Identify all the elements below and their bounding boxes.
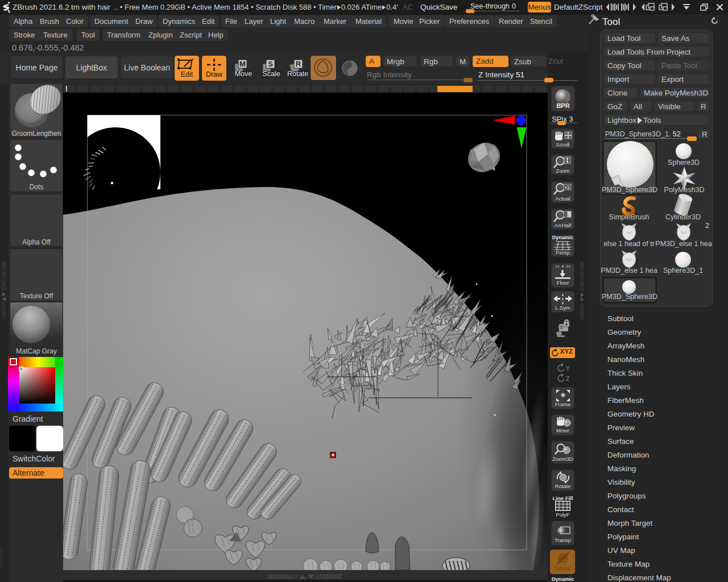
svg-text:Sphere3D: Sphere3D <box>668 159 700 167</box>
svg-text:PM3D_else 1 hea: PM3D_else 1 hea <box>655 240 712 248</box>
svg-text:PolyMesh3D: PolyMesh3D <box>664 186 705 194</box>
svg-text:2: 2 <box>705 221 709 230</box>
svg-text:PM3D_Sphere3D: PM3D_Sphere3D <box>602 186 657 194</box>
svg-text:SimpleBrush: SimpleBrush <box>609 213 650 221</box>
svg-text:M: M <box>239 60 246 68</box>
svg-text:BPR: BPR <box>556 102 569 109</box>
svg-text:PM3D_else 1 hea: PM3D_else 1 hea <box>601 267 657 275</box>
svg-text:S: S <box>268 60 273 68</box>
svg-text:Z: Z <box>566 376 569 382</box>
svg-text:x1: x1 <box>565 185 570 190</box>
svg-text:PM3D_Sphere3D: PM3D_Sphere3D <box>602 293 657 301</box>
svg-text:Cylinder3D: Cylinder3D <box>665 213 701 221</box>
svg-text:R: R <box>296 60 301 68</box>
svg-text:Sphere3D_1: Sphere3D_1 <box>663 267 703 275</box>
svg-text:Y: Y <box>566 365 569 372</box>
svg-text:else 1 head of tr: else 1 head of tr <box>603 240 655 248</box>
